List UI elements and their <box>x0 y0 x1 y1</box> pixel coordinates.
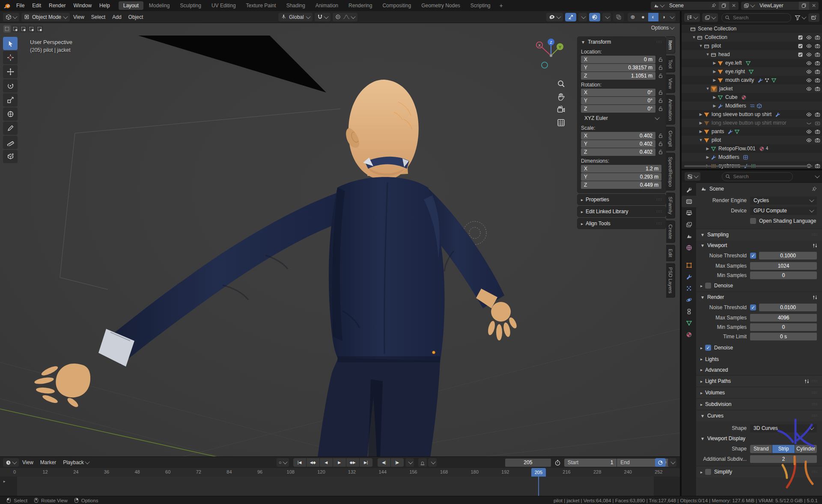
properties-header-dropdown[interactable] <box>815 173 819 178</box>
loop-dropdown[interactable] <box>428 458 437 467</box>
timeline-menu-marker[interactable]: Marker <box>37 459 60 465</box>
show-object-types[interactable] <box>546 13 563 21</box>
timeline-region[interactable]: ▸ <box>0 477 680 496</box>
lock-open-icon[interactable] <box>655 141 666 147</box>
camera-icon[interactable] <box>815 86 820 92</box>
zoom-icon[interactable] <box>557 80 566 89</box>
sidebar-tab-grungit[interactable]: Grungit <box>666 127 675 151</box>
render-subpanel-header[interactable]: ▼Render <box>696 292 822 302</box>
outliner-row-pilot[interactable]: ▼pilot <box>682 42 822 50</box>
curve-shape-dropdown[interactable]: 3D Curves <box>750 424 817 432</box>
shading-rendered-button[interactable]: ◑ <box>658 13 669 21</box>
vp-max-field[interactable]: 1024 <box>750 262 817 270</box>
camera-icon[interactable] <box>815 112 820 117</box>
device-dropdown[interactable]: GPU Compute <box>750 207 817 215</box>
menu-edit[interactable]: Edit <box>28 3 45 9</box>
tool-measure[interactable] <box>3 136 18 149</box>
viewport-menu-add[interactable]: Add <box>109 14 125 20</box>
properties-search[interactable] <box>722 172 793 181</box>
workspace-tab-sculpting[interactable]: Sculpting <box>176 1 206 10</box>
prev-keyframe-button[interactable]: ◀◆ <box>307 458 319 467</box>
pan-hand-icon[interactable] <box>557 92 566 101</box>
scale-z-field[interactable]: Z0.402 <box>581 148 655 156</box>
eye-icon[interactable] <box>806 78 812 83</box>
frame-start-field[interactable]: Start1 <box>564 459 617 467</box>
lock-open-icon[interactable] <box>655 73 666 79</box>
rotation-x-field[interactable]: X0° <box>581 89 655 96</box>
transform-panel-header[interactable]: ▼Transform∷∷ <box>578 37 666 47</box>
checkbox-icon[interactable] <box>798 43 803 49</box>
outliner-search-input[interactable] <box>732 15 788 21</box>
presets-icon[interactable] <box>804 379 810 384</box>
camera-icon[interactable] <box>815 129 820 134</box>
location-y-field[interactable]: Y0.38157 m <box>581 64 655 72</box>
hair-shape-cylinder[interactable]: Cylinder <box>795 445 817 453</box>
viewport-menu-object[interactable]: Object <box>125 14 147 20</box>
outliner-hscrollbar[interactable] <box>684 165 813 167</box>
overlays-dropdown[interactable] <box>602 13 611 21</box>
r-noise-field[interactable]: 0.0100 <box>759 304 817 311</box>
camera-icon[interactable] <box>815 60 820 66</box>
timeline-menu-view[interactable]: View <box>19 459 37 465</box>
eye-icon[interactable] <box>806 35 812 40</box>
overlays-toggle[interactable] <box>589 13 600 21</box>
curves-panel-header[interactable]: ▼ Curves∷∷ <box>696 410 822 421</box>
r-min-field[interactable]: 0 <box>750 323 817 331</box>
step-dropdown[interactable] <box>405 458 414 467</box>
outliner-row-scene-collection[interactable]: Scene Collection <box>682 24 822 33</box>
select-mode-intersect[interactable] <box>36 25 43 33</box>
r-denoise-checkbox[interactable]: ✓ <box>705 345 711 351</box>
outliner-row-cube[interactable]: ▶Cube <box>682 93 822 101</box>
viewport-menu-select[interactable]: Select <box>88 14 109 20</box>
sampling-panel-header[interactable]: ▼Sampling∷∷ <box>696 229 822 240</box>
properties-tab-tool[interactable] <box>682 184 696 196</box>
dimension-z-field[interactable]: Z0.449 m <box>581 181 661 189</box>
workspace-tab-scripting[interactable]: Scripting <box>466 1 495 10</box>
channel-expand-icon[interactable]: ▸ <box>3 479 6 483</box>
dimension-x-field[interactable]: X1.2 m <box>581 165 661 173</box>
outliner-row-long-sleeve-button-up-shirt[interactable]: ▶long sleeve button up shirt <box>682 110 822 119</box>
light-paths-panel-header[interactable]: ▸ Light Paths ∷∷ <box>696 375 822 387</box>
checkbox-icon[interactable] <box>798 52 803 57</box>
eye-icon[interactable] <box>806 60 812 66</box>
camera-icon[interactable] <box>815 52 820 57</box>
align-tools-panel-header[interactable]: ▸Align Tools∷∷ <box>578 218 666 229</box>
properties-tab-output[interactable] <box>682 207 696 219</box>
menu-render[interactable]: Render <box>45 3 69 9</box>
current-frame-field[interactable]: 205 <box>505 459 551 467</box>
tool-move[interactable] <box>3 65 18 78</box>
xray-toggle[interactable] <box>613 13 624 21</box>
camera-off-icon[interactable] <box>815 120 820 126</box>
eye-icon[interactable] <box>806 43 812 49</box>
blender-logo-icon[interactable] <box>3 2 11 9</box>
auto-keying-toggle[interactable]: ○ <box>277 458 289 467</box>
camera-view-icon[interactable] <box>557 105 566 114</box>
shading-dropdown[interactable] <box>669 13 676 21</box>
outliner-row-retopoflow-001[interactable]: ▶RetopoFlow.0014 <box>682 144 822 153</box>
sidebar-tab-animation[interactable]: Animation <box>666 95 675 125</box>
menu-file[interactable]: File <box>12 3 28 9</box>
rotation-y-field[interactable]: Y0° <box>581 97 655 104</box>
workspace-tab-compositing[interactable]: Compositing <box>378 1 416 10</box>
breadcrumb[interactable]: Scene <box>709 186 724 192</box>
eye-icon[interactable] <box>806 69 812 75</box>
sidebar-tab-sfamily[interactable]: SFamily <box>666 193 675 218</box>
tool-rotate[interactable] <box>3 79 18 92</box>
next-frame-button[interactable]: |▶ <box>391 458 404 467</box>
scale-x-field[interactable]: X0.402 <box>581 132 655 140</box>
eye-icon[interactable] <box>806 52 812 57</box>
vp-noise-field[interactable]: 0.1000 <box>759 252 817 259</box>
jump-end-button[interactable]: ▶| <box>360 458 372 467</box>
outliner-row-jacket[interactable]: ▼jacket <box>682 84 822 93</box>
timeline-ruler[interactable]: 0122436486072849610812013214415616818019… <box>0 468 680 477</box>
edit-linked-library-panel-header[interactable]: ▸Edit Linked Library∷∷ <box>578 206 666 217</box>
simplify-panel-header[interactable]: ▸ Simplify∷∷ <box>696 466 822 477</box>
add-workspace-button[interactable]: + <box>496 0 507 11</box>
sidebar-tab-item[interactable]: Item <box>666 36 675 54</box>
osl-checkbox[interactable] <box>750 218 756 224</box>
properties-tab-material[interactable] <box>682 329 696 340</box>
lock-open-icon[interactable] <box>655 57 666 63</box>
properties-tab-particles[interactable] <box>682 283 696 294</box>
camera-icon[interactable] <box>815 137 820 143</box>
properties-tab-physics[interactable] <box>682 294 696 306</box>
